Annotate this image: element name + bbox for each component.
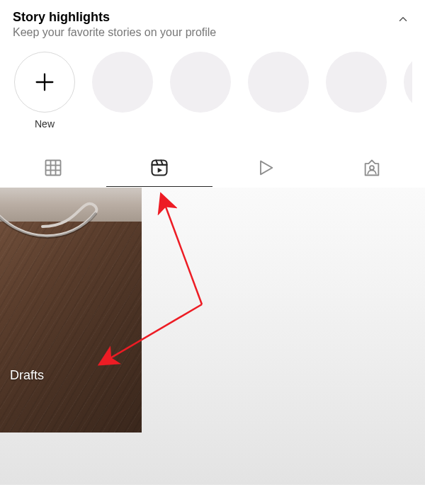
grid-icon (43, 158, 63, 178)
svg-rect-2 (46, 161, 61, 176)
play-outline-icon (256, 158, 276, 178)
reel-tile-label: Drafts (10, 368, 44, 383)
svg-marker-11 (158, 168, 162, 173)
tab-reels[interactable] (106, 151, 212, 187)
highlight-placeholder[interactable] (170, 52, 231, 113)
reel-drafts-tile[interactable]: Drafts (0, 188, 142, 433)
highlights-row: New (14, 52, 412, 130)
new-highlight-label: New (35, 118, 55, 130)
highlight-placeholder[interactable] (404, 52, 412, 113)
collapse-highlights-button[interactable] (394, 10, 412, 31)
tab-grid[interactable] (0, 151, 106, 187)
tab-play[interactable] (212, 151, 319, 187)
plus-icon (33, 70, 57, 94)
svg-marker-12 (261, 161, 272, 175)
svg-point-13 (370, 166, 374, 170)
story-highlights-title: Story highlights (13, 10, 216, 25)
reels-icon (149, 158, 169, 178)
highlight-placeholder[interactable] (326, 52, 387, 113)
highlight-placeholder[interactable] (92, 52, 153, 113)
new-highlight-button[interactable] (14, 52, 75, 113)
reels-content-area: Drafts (0, 188, 425, 485)
tagged-icon (362, 158, 382, 178)
highlight-placeholder[interactable] (248, 52, 309, 113)
reel-thumbnail (0, 188, 142, 433)
story-highlights-subtitle: Keep your favorite stories on your profi… (13, 26, 216, 39)
profile-tabs (0, 151, 425, 188)
svg-rect-7 (152, 161, 167, 176)
tab-tagged[interactable] (319, 151, 425, 187)
chevron-up-icon (397, 13, 409, 25)
